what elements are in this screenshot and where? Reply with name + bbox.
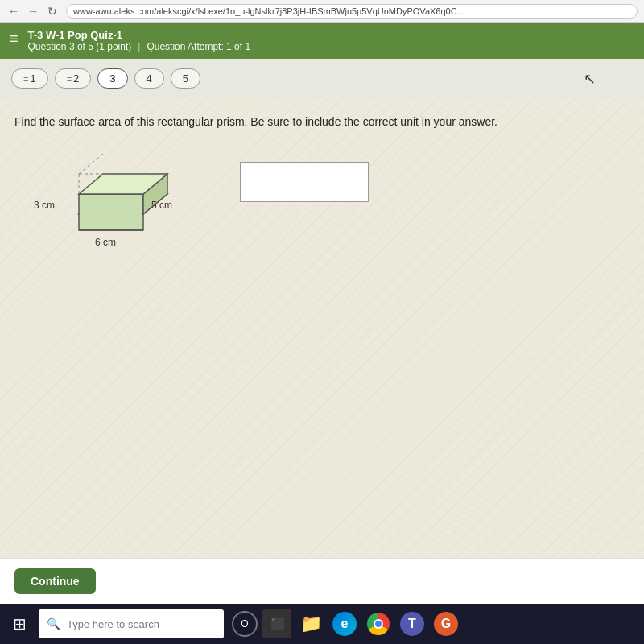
tab1-label: 1 <box>30 72 35 85</box>
svg-rect-1 <box>79 194 143 230</box>
content-wrapper: ≡ T-3 W-1 Pop Quiz-1 Question 3 of 5 (1 … <box>0 23 644 604</box>
search-placeholder-text: Type here to search <box>67 618 159 630</box>
hamburger-menu[interactable]: ≡ <box>10 31 19 47</box>
dim-bottom-label: 6 cm <box>95 237 116 248</box>
attempt-info: Question Attempt: 1 of 1 <box>147 41 250 52</box>
dim-left-label: 3 cm <box>34 200 55 211</box>
task-view-button[interactable]: ⬛ <box>262 609 291 638</box>
browser-navigation: ← → ↻ <box>6 4 60 19</box>
tab3-label: 3 <box>109 72 115 85</box>
main-content: Find the surface area of this rectangula… <box>0 98 644 604</box>
taskbar-icon-extra[interactable]: G <box>431 609 460 638</box>
refresh-button[interactable]: ↻ <box>45 4 60 19</box>
address-bar[interactable]: www-awu.aleks.com/alekscgi/x/lsl.exe/1o_… <box>66 4 638 19</box>
continue-button[interactable]: Continue <box>14 568 96 594</box>
tab2-label: 2 <box>73 72 79 85</box>
forward-button[interactable]: → <box>26 4 40 19</box>
cursor-indicator: ↖ <box>584 70 596 88</box>
edge-icon: e <box>332 612 357 636</box>
dim-right-label: 5 cm <box>151 200 172 211</box>
teams-button[interactable]: T <box>398 609 427 638</box>
cortana-button[interactable]: O <box>232 611 258 637</box>
chrome-browser-button[interactable] <box>364 609 393 638</box>
question-tab-1[interactable]: = 1 <box>11 68 48 89</box>
answer-section <box>240 154 369 202</box>
chrome-icon <box>367 613 390 635</box>
tab1-prefix: = <box>23 74 28 84</box>
extra-icon: G <box>434 612 458 636</box>
question-tab-4[interactable]: 4 <box>134 68 164 89</box>
edge-browser-button[interactable]: e <box>330 609 359 638</box>
svg-line-6 <box>79 154 103 174</box>
question-tab-5[interactable]: 5 <box>171 68 200 89</box>
quiz-title: T-3 W-1 Pop Quiz-1 <box>28 29 251 41</box>
question-navigation: = 1 = 2 3 4 5 ↖ <box>0 59 644 98</box>
header-subtitle: Question 3 of 5 (1 point) | Question Att… <box>28 41 251 52</box>
back-button[interactable]: ← <box>6 4 21 19</box>
header-separator: | <box>138 41 140 52</box>
taskbar: ⊞ 🔍 Type here to search O ⬛ 📁 e T G <box>0 604 644 644</box>
tab4-label: 4 <box>147 72 152 85</box>
tab5-label: 5 <box>183 72 188 85</box>
aleks-header: ≡ T-3 W-1 Pop Quiz-1 Question 3 of 5 (1 … <box>0 23 644 59</box>
file-explorer-icon: 📁 <box>300 613 322 634</box>
tab2-prefix: = <box>67 74 72 84</box>
browser-bar: ← → ↻ www-awu.aleks.com/alekscgi/x/lsl.e… <box>0 0 644 23</box>
question-tab-2[interactable]: = 2 <box>55 68 92 89</box>
search-icon: 🔍 <box>47 617 60 630</box>
answer-box[interactable] <box>240 162 369 202</box>
header-info: T-3 W-1 Pop Quiz-1 Question 3 of 5 (1 po… <box>28 29 251 52</box>
question-tab-3[interactable]: 3 <box>97 68 127 89</box>
prism-diagram: 3 cm 5 cm 6 cm <box>31 150 208 254</box>
windows-start-button[interactable]: ⊞ <box>5 609 34 638</box>
cortana-icon: O <box>241 618 248 630</box>
file-explorer-button[interactable]: 📁 <box>296 609 325 638</box>
question-info: Question 3 of 5 (1 point) <box>28 41 132 52</box>
continue-section: Continue <box>0 558 644 604</box>
teams-icon: T <box>400 612 424 636</box>
task-view-icon: ⬛ <box>270 617 284 630</box>
answer-input[interactable] <box>247 175 361 188</box>
question-text: Find the surface area of this rectangula… <box>14 114 630 130</box>
taskbar-search-bar[interactable]: 🔍 Type here to search <box>39 609 224 638</box>
problem-area: 3 cm 5 cm 6 cm <box>14 150 630 254</box>
